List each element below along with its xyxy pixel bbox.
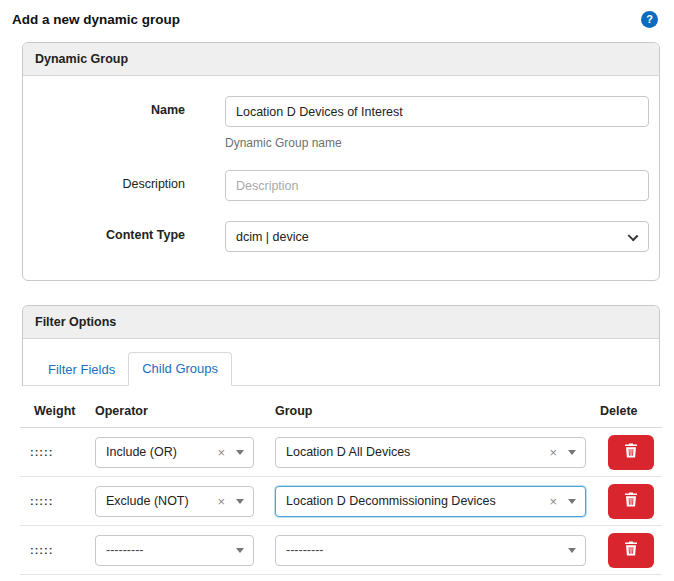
column-header-weight: Weight [20, 404, 95, 418]
name-label: Name [23, 96, 185, 150]
delete-row-button[interactable] [608, 484, 654, 519]
name-field-wrap: Dynamic Group name [225, 96, 649, 150]
clear-icon[interactable]: × [549, 446, 557, 459]
drag-handle-icon[interactable]: ::::: [20, 544, 95, 556]
child-group-row: ::::: Exclude (NOT) × Location D Decommi… [20, 477, 662, 526]
clear-icon[interactable]: × [217, 446, 225, 459]
trash-icon [624, 541, 638, 559]
delete-row-button[interactable] [608, 533, 654, 568]
trash-icon [624, 443, 638, 461]
operator-select[interactable]: Include (OR) × [95, 437, 254, 468]
operator-select[interactable]: Exclude (NOT) × [95, 486, 254, 517]
content-type-label: Content Type [23, 221, 185, 252]
page-header: Add a new dynamic group ? [0, 0, 674, 38]
operator-value: --------- [106, 543, 236, 557]
page-title: Add a new dynamic group [12, 12, 180, 27]
trash-icon [624, 492, 638, 510]
child-groups-table: Weight Operator Group Delete ::::: Inclu… [20, 404, 662, 575]
dynamic-group-panel: Dynamic Group Name Dynamic Group name De… [22, 42, 660, 281]
caret-down-icon[interactable] [236, 499, 244, 504]
delete-row-button[interactable] [608, 435, 654, 470]
tab-child-groups[interactable]: Child Groups [128, 352, 232, 386]
operator-value: Include (OR) [106, 445, 217, 459]
description-field-wrap [225, 170, 649, 201]
group-select[interactable]: Location D All Devices × [275, 437, 586, 468]
group-value: Location D All Devices [286, 445, 549, 459]
dynamic-group-form: Name Dynamic Group name Description Cont… [23, 76, 659, 280]
name-input[interactable] [225, 96, 649, 127]
group-select[interactable]: --------- [275, 535, 586, 566]
description-form-row: Description [23, 170, 649, 201]
child-group-row: ::::: --------- --------- [20, 526, 662, 575]
caret-down-icon[interactable] [568, 450, 576, 455]
drag-handle-icon[interactable]: ::::: [20, 495, 95, 507]
name-help-text: Dynamic Group name [225, 136, 649, 150]
child-group-row: ::::: Include (OR) × Location D All Devi… [20, 428, 662, 477]
drag-handle-icon[interactable]: ::::: [20, 446, 95, 458]
group-select[interactable]: Location D Decommissioning Devices × [275, 486, 586, 517]
dynamic-group-panel-title: Dynamic Group [23, 43, 659, 76]
filter-options-panel-title: Filter Options [23, 306, 659, 339]
column-header-delete: Delete [600, 404, 662, 418]
content-type-select[interactable]: dcim | device [225, 221, 649, 252]
content-type-field-wrap: dcim | device [225, 221, 649, 252]
chevron-down-icon [628, 231, 639, 242]
group-value: --------- [286, 543, 568, 557]
operator-value: Exclude (NOT) [106, 494, 217, 508]
column-header-operator: Operator [95, 404, 275, 418]
clear-icon[interactable]: × [217, 495, 225, 508]
caret-down-icon[interactable] [236, 548, 244, 553]
group-value: Location D Decommissioning Devices [286, 494, 549, 508]
description-label: Description [23, 170, 185, 201]
description-input[interactable] [225, 170, 649, 201]
name-form-row: Name Dynamic Group name [23, 96, 649, 150]
clear-icon[interactable]: × [549, 495, 557, 508]
content-type-value: dcim | device [236, 230, 622, 244]
caret-down-icon[interactable] [568, 499, 576, 504]
operator-select[interactable]: --------- [95, 535, 254, 566]
caret-down-icon[interactable] [568, 548, 576, 553]
content-type-form-row: Content Type dcim | device [23, 221, 649, 252]
caret-down-icon[interactable] [236, 450, 244, 455]
tab-filter-fields[interactable]: Filter Fields [35, 354, 128, 386]
filter-options-panel: Filter Options Filter Fields Child Group… [22, 305, 660, 386]
column-header-group: Group [275, 404, 600, 418]
filter-options-tabs: Filter Fields Child Groups [23, 339, 659, 386]
help-icon[interactable]: ? [641, 11, 658, 28]
child-groups-header-row: Weight Operator Group Delete [20, 404, 662, 428]
